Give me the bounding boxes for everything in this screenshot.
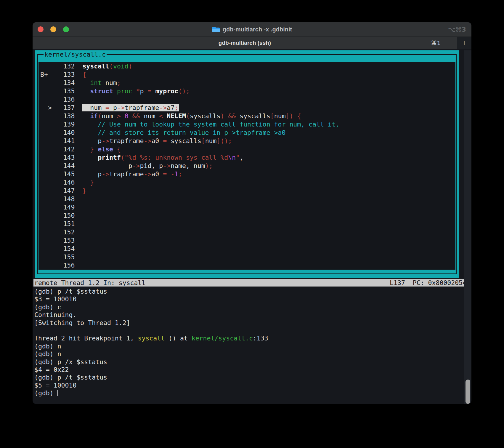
minimize-button[interactable] [50,26,56,32]
source-gutter: 147 [40,187,82,194]
console-line: (gdb) n [34,350,471,358]
source-gutter: 156 [40,262,82,269]
source-code-text: int num; [82,79,121,87]
source-code-text: // and store its return value in p->trap… [82,129,285,136]
source-gutter: 143 [40,154,82,161]
source-gutter: 142 [40,145,82,153]
gdb-console[interactable]: (gdb) p /t $sstatus$3 = 100010(gdb) cCon… [33,288,471,397]
source-gutter: 144 [40,162,82,169]
source-line: 150 [38,212,455,220]
console-line: (gdb) c [34,303,471,311]
source-code-text: syscall(void) [82,63,132,70]
console-line: $3 = 100010 [34,295,471,303]
window-titlebar: gdb-multiarch -x .gdbinit ⌥⌘3 [33,22,471,36]
text-cursor [57,390,58,396]
source-line: 142 } else { [38,145,455,153]
source-line: 145 p->trapframe->a0 = -1; [38,170,455,178]
source-line: 147 } [38,187,455,195]
terminal-window: gdb-multiarch -x .gdbinit ⌥⌘3 gdb-multia… [33,22,471,404]
source-line: 144 p->pid, p->name, num); [38,162,455,170]
source-gutter: 132 [40,63,82,70]
source-gutter: 138 [40,112,82,120]
source-code-text: if(num > 0 && num < NELEM(syscalls) && s… [82,112,301,120]
desktop: gdb-multiarch -x .gdbinit ⌥⌘3 gdb-multia… [0,0,504,448]
source-gutter: 148 [40,195,82,203]
console-line: $5 = 100010 [34,382,471,389]
console-line: Continuing. [34,311,471,319]
console-line: (gdb) p /t $sstatus [34,288,471,295]
source-line: 149 [38,203,455,212]
source-line: 156 [38,261,455,270]
source-line: 136 [38,95,455,104]
source-gutter: 151 [40,220,82,228]
gdb-prompt-line[interactable]: (gdb) [34,389,471,397]
source-code-text: struct proc *p = myproc(); [82,87,190,95]
source-line: 146 } [38,178,455,187]
source-gutter: 139 [40,121,82,128]
source-gutter: 152 [40,228,82,236]
tui-source-window: kernel/syscall.c 132 syscall(void)B+ 133… [35,50,459,278]
tab-label: gdb-multiarch (ssh) [219,40,271,46]
source-code-text: p->trapframe->a0 = -1; [82,170,182,178]
current-line-highlight: num = p->trapframe->a7; [82,104,179,111]
source-gutter: 145 [40,170,82,178]
console-line: (gdb) p /x $sstatus [34,358,471,366]
new-tab-button[interactable]: + [457,37,471,49]
folder-icon [212,26,220,33]
source-code-pane: 132 syscall(void)B+ 133 { 134 int num; 1… [38,62,455,270]
source-code-text: p->trapframe->a0 = syscalls[num](); [82,137,232,145]
source-line: 132 syscall(void) [38,62,455,71]
console-line: (gdb) p /t $sstatus [34,374,471,381]
source-gutter: 140 [40,129,82,136]
source-line: 135 struct proc *p = myproc(); [38,87,455,95]
source-line: 153 [38,236,455,245]
traffic-lights [38,22,69,36]
source-line: 138 if(num > 0 && num < NELEM(syscalls) … [38,112,455,120]
tui-source-filename: kernel/syscall.c [44,51,107,58]
source-line: 151 [38,220,455,228]
source-gutter: 146 [40,179,82,186]
source-code-text: } else { [82,145,121,153]
close-button[interactable] [38,26,44,32]
tab-gdb-multiarch[interactable]: gdb-multiarch (ssh) [33,37,457,49]
source-line: 148 [38,195,455,203]
gdb-status-bar: remote Thread 1.2 In: syscall L137 PC: 0… [33,279,469,287]
source-gutter: 155 [40,253,82,261]
source-gutter: 149 [40,204,82,211]
scrollbar-thumb[interactable] [466,380,470,404]
source-line: > 137 num = p->trapframe->a7; [38,104,455,112]
status-left: remote Thread 1.2 In: syscall [34,279,145,287]
source-gutter: B+ 133 [40,71,82,78]
source-line: B+ 133 { [38,71,455,79]
console-line: (gdb) n [34,343,471,350]
source-line: 155 [38,253,455,261]
source-line: 143 printf("%d %s: unknown sys call %d\n… [38,153,455,162]
source-line: 152 [38,228,455,236]
source-code-text: p->pid, p->name, num); [82,162,213,169]
source-gutter: 153 [40,237,82,244]
status-right: L137 PC: 0x80002054 [390,279,466,287]
console-line: Thread 2 hit Breakpoint 1, syscall () at… [34,335,471,342]
source-gutter: 134 [40,79,82,87]
source-code-text: { [82,71,86,78]
source-code-text: printf("%d %s: unknown sys call %d\n", [82,154,243,161]
source-gutter: > 137 [40,104,82,111]
tab-bar: gdb-multiarch (ssh) ⌘1 + [33,36,471,49]
source-code-text: // Use num to lookup the system call fun… [82,121,339,128]
source-line: 139 // Use num to lookup the system call… [38,120,455,129]
zoom-button[interactable] [63,26,69,32]
source-code-text: num = p->trapframe->a7; [82,104,179,111]
window-title: gdb-multiarch -x .gdbinit [223,26,292,33]
console-line: $4 = 0x22 [34,366,471,374]
source-gutter: 136 [40,96,82,103]
terminal-content[interactable]: kernel/syscall.c 132 syscall(void)B+ 133… [33,50,471,404]
source-line: 134 int num; [38,79,455,87]
source-gutter: 135 [40,87,82,95]
source-line: 140 // and store its return value in p->… [38,129,455,137]
console-line [34,327,471,335]
source-code-text: } [82,179,94,186]
source-code-text: } [82,187,86,194]
tab-shortcut: ⌘1 [431,37,441,49]
scrollbar-track[interactable] [464,50,471,404]
source-gutter: 154 [40,245,82,252]
